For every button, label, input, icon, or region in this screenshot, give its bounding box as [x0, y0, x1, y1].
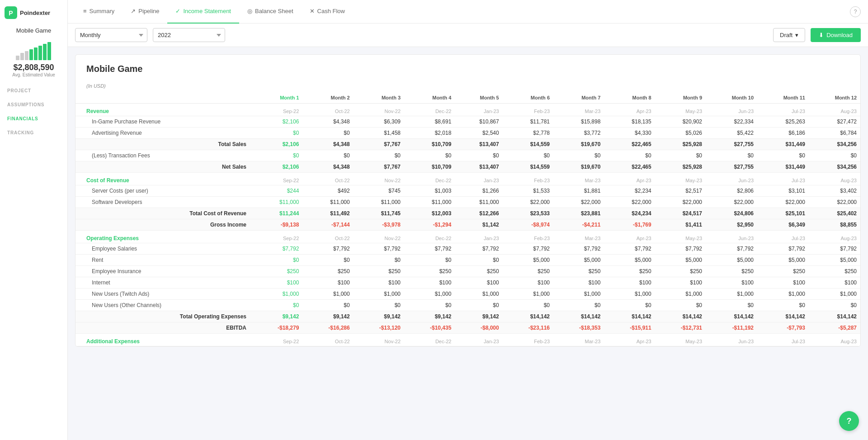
row-value-8: $5,000 — [604, 255, 655, 266]
download-button[interactable]: ⬇ Download — [811, 28, 861, 42]
total-row-label: Total Operating Expenses — [75, 311, 252, 322]
period-select[interactable]: Monthly Quarterly Annually — [75, 28, 147, 42]
row-value-6: $1,533 — [503, 185, 553, 197]
section-header-month-9: May-23 — [655, 104, 706, 116]
total-row-value-3: -$13,120 — [354, 322, 404, 334]
unit-label: (In USD) — [75, 81, 860, 92]
col-month-6: Month 6 — [503, 92, 553, 104]
row-value-12: $0 — [809, 300, 860, 311]
svg-rect-8 — [43, 44, 47, 60]
sidebar-item-project[interactable]: PROJECT — [0, 84, 67, 98]
row-value-9: $7,792 — [655, 243, 706, 255]
row-value-7: $0 — [553, 300, 604, 311]
row-value-10: $22,000 — [706, 197, 757, 208]
total-row-value-2: -$16,286 — [302, 322, 353, 334]
section-header-month-3: Nov-22 — [354, 231, 404, 243]
row-value-6: $7,792 — [503, 243, 553, 255]
row-value-1: $0 — [252, 150, 302, 161]
help-button[interactable]: ? — [850, 6, 861, 17]
section-header-month-6: Feb-23 — [503, 231, 553, 243]
row-value-9: $5,000 — [655, 255, 706, 266]
row-label: Internet — [75, 277, 252, 289]
row-label: Employee Salaries — [75, 243, 252, 255]
total-row-value-10: $24,806 — [706, 208, 757, 219]
total-row-value-4: $10,709 — [404, 139, 455, 150]
table-body: RevenueSep-22Oct-22Nov-22Dec-22Jan-23Feb… — [75, 104, 860, 346]
row-value-4: $0 — [404, 150, 455, 161]
row-value-10: $5,422 — [706, 128, 757, 139]
tab-cash-flow[interactable]: ✕ Cash Flow — [302, 0, 353, 24]
svg-rect-5 — [29, 49, 33, 60]
section-header-month-4: Dec-22 — [404, 231, 455, 243]
row-value-3: $6,309 — [354, 116, 404, 128]
row-value-2: $492 — [302, 185, 353, 197]
tab-balance-sheet[interactable]: ◎ Balance Sheet — [239, 0, 302, 24]
row-value-8: $0 — [604, 300, 655, 311]
total-row-value-7: $14,142 — [553, 311, 604, 322]
row-value-11: $6,186 — [757, 128, 809, 139]
total-row-label: Gross Income — [75, 219, 252, 231]
total-row-value-8: -$15,911 — [604, 322, 655, 334]
logo-text: Poindexter — [20, 9, 50, 16]
row-value-8: $1,000 — [604, 289, 655, 300]
total-row-value-3: $7,767 — [354, 139, 404, 150]
section-header-month-11: Jul-23 — [757, 173, 809, 185]
total-row-value-1: -$18,279 — [252, 322, 302, 334]
year-select[interactable]: 2022 2023 2024 — [153, 28, 225, 42]
section-header-month-10: Jun-23 — [706, 173, 757, 185]
total-row-value-11: $14,142 — [757, 311, 809, 322]
sidebar-item-financials[interactable]: FINANCIALS — [0, 112, 67, 126]
section-header-month-8: Apr-23 — [604, 104, 655, 116]
download-label: Download — [826, 32, 853, 38]
sidebar-chart — [16, 42, 52, 60]
total-row-value-8: $24,234 — [604, 208, 655, 219]
section-header-month-9: May-23 — [655, 231, 706, 243]
sidebar-item-tracking[interactable]: TRACKING — [0, 126, 67, 140]
total-row-value-6: $23,533 — [503, 208, 553, 219]
row-value-2: $4,348 — [302, 116, 353, 128]
row-value-7: $250 — [553, 266, 604, 277]
row-value-5: $10,867 — [455, 116, 502, 128]
section-header-month-5: Jan-23 — [455, 104, 502, 116]
row-value-5: $1,266 — [455, 185, 502, 197]
tab-pipeline[interactable]: ↗ Pipeline — [123, 0, 167, 24]
sidebar: P Poindexter Mobile Game $2,808,590 Avg.… — [0, 0, 68, 440]
row-value-3: $11,000 — [354, 197, 404, 208]
row-value-1: $250 — [252, 266, 302, 277]
row-value-11: $0 — [757, 150, 809, 161]
total-row-value-3: $7,767 — [354, 161, 404, 173]
row-value-10: $100 — [706, 277, 757, 289]
tab-summary[interactable]: ≡ Summary — [75, 0, 123, 24]
tab-income-statement[interactable]: ✓ Income Statement — [167, 0, 239, 24]
sidebar-item-assumptions[interactable]: ASSUMPTIONS — [0, 98, 67, 112]
total-row-value-4: $9,142 — [404, 311, 455, 322]
section-header-month-10: Jun-23 — [706, 104, 757, 116]
row-label: Rent — [75, 255, 252, 266]
draft-button[interactable]: Draft ▾ — [773, 28, 805, 42]
row-value-1: $0 — [252, 128, 302, 139]
draft-chevron-icon: ▾ — [795, 32, 798, 38]
total-row-value-12: $8,855 — [809, 219, 860, 231]
row-value-4: $8,691 — [404, 116, 455, 128]
fab-help-button[interactable]: ? — [839, 411, 859, 431]
total-row-value-7: $23,881 — [553, 208, 604, 219]
row-value-2: $7,792 — [302, 243, 353, 255]
section-header-month-7: Mar-23 — [553, 173, 604, 185]
row-value-2: $250 — [302, 266, 353, 277]
row-value-6: $22,000 — [503, 197, 553, 208]
row-value-3: $7,792 — [354, 243, 404, 255]
section-header-month-3: Nov-22 — [354, 104, 404, 116]
tab-cashflow-label: Cash Flow — [317, 8, 345, 14]
row-value-6: $5,000 — [503, 255, 553, 266]
section-header-month-12: Aug-23 — [809, 334, 860, 346]
total-row-value-8: -$1,769 — [604, 219, 655, 231]
table-header-months: Month 1 Month 2 Month 3 Month 4 Month 5 … — [75, 92, 860, 104]
svg-rect-9 — [47, 42, 51, 60]
row-value-4: $0 — [404, 255, 455, 266]
row-value-4: $2,018 — [404, 128, 455, 139]
total-row-value-12: $14,142 — [809, 311, 860, 322]
logo: P Poindexter — [0, 0, 67, 25]
total-row-value-4: -$1,294 — [404, 219, 455, 231]
row-value-5: $1,000 — [455, 289, 502, 300]
section-header-label: Operating Expenses — [75, 231, 252, 243]
